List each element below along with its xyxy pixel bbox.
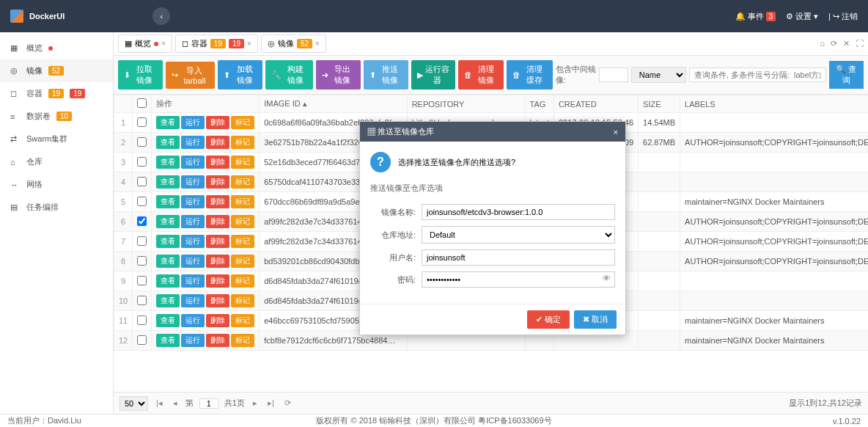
- run-button[interactable]: 运行: [181, 136, 205, 149]
- tag-button[interactable]: 标记: [231, 255, 254, 268]
- prune-cache-button[interactable]: 🗑 清理缓存: [507, 60, 552, 90]
- image-name-input[interactable]: [422, 204, 615, 220]
- sidebar-item-7[interactable]: ▤任务编排: [0, 196, 113, 219]
- tag-button[interactable]: 标记: [231, 235, 254, 248]
- search-button[interactable]: 🔍 查询: [829, 61, 864, 89]
- tab-close-icon[interactable]: ×: [315, 40, 320, 48]
- row-checkbox[interactable]: [137, 236, 147, 246]
- delete-button[interactable]: 删除: [206, 136, 229, 149]
- view-button[interactable]: 查看: [156, 235, 180, 248]
- run-button[interactable]: 运行: [181, 156, 205, 169]
- search-input[interactable]: [689, 67, 826, 82]
- run-button[interactable]: 运行: [181, 175, 205, 189]
- select-all-checkbox[interactable]: [137, 98, 147, 108]
- run-button[interactable]: 运行: [181, 235, 205, 248]
- search-field-select[interactable]: Name: [631, 67, 686, 83]
- row-checkbox[interactable]: [137, 276, 147, 285]
- modal-cancel-button[interactable]: ✖ 取消: [574, 310, 617, 329]
- view-button[interactable]: 查看: [156, 116, 180, 129]
- view-button[interactable]: 查看: [156, 195, 180, 208]
- row-checkbox[interactable]: [137, 157, 147, 167]
- run-button[interactable]: 运行: [181, 314, 205, 327]
- col-size[interactable]: SIZE: [639, 95, 680, 113]
- modal-close-icon[interactable]: ×: [614, 128, 618, 136]
- run-button[interactable]: 运行: [181, 334, 205, 347]
- delete-button[interactable]: 删除: [206, 175, 229, 189]
- view-button[interactable]: 查看: [156, 294, 180, 307]
- filter-input[interactable]: [599, 67, 628, 82]
- modal-ok-button[interactable]: ✔ 确定: [527, 310, 570, 329]
- view-button[interactable]: 查看: [156, 274, 180, 288]
- row-checkbox[interactable]: [137, 296, 147, 305]
- delete-button[interactable]: 删除: [206, 255, 229, 268]
- repo-select[interactable]: Default: [422, 226, 615, 244]
- row-checkbox[interactable]: [137, 137, 147, 147]
- alerts-button[interactable]: 🔔 事件 3: [735, 11, 776, 22]
- delete-button[interactable]: 删除: [206, 274, 229, 288]
- delete-button[interactable]: 删除: [206, 294, 229, 307]
- delete-button[interactable]: 删除: [206, 156, 229, 169]
- tag-button[interactable]: 标记: [231, 175, 254, 189]
- row-checkbox[interactable]: [137, 117, 147, 127]
- tag-button[interactable]: 标记: [231, 136, 254, 149]
- delete-button[interactable]: 删除: [206, 195, 229, 208]
- page-size-select[interactable]: 50: [119, 396, 148, 411]
- logout-button[interactable]: | ↪ 注销: [828, 11, 858, 22]
- tab-close-icon[interactable]: ×: [247, 40, 251, 48]
- delete-button[interactable]: 删除: [206, 215, 229, 228]
- tab-fullscreen-icon[interactable]: ⛶: [856, 39, 864, 48]
- col-tag[interactable]: TAG: [525, 95, 553, 113]
- view-button[interactable]: 查看: [156, 334, 180, 347]
- toggle-password-icon[interactable]: 👁: [603, 274, 611, 282]
- tab-1[interactable]: ◻容器1919×: [175, 34, 258, 53]
- build-image-button[interactable]: 🔧 构建镜像: [265, 60, 313, 90]
- clean-image-button[interactable]: 🗑 清理镜像: [458, 60, 504, 90]
- row-checkbox[interactable]: [137, 315, 147, 325]
- col-created[interactable]: CREATED: [553, 95, 638, 113]
- pager-first-icon[interactable]: |◂: [154, 398, 165, 408]
- view-button[interactable]: 查看: [156, 215, 180, 228]
- sidebar-item-2[interactable]: ◻容器1919: [0, 82, 113, 105]
- username-input[interactable]: [422, 249, 615, 266]
- sidebar-item-1[interactable]: ◎镜像52: [0, 59, 113, 82]
- run-button[interactable]: 运行: [181, 116, 205, 129]
- tag-button[interactable]: 标记: [231, 195, 254, 208]
- sidebar-item-3[interactable]: ≡数据卷10: [0, 105, 113, 128]
- tag-button[interactable]: 标记: [231, 116, 254, 129]
- col-repository[interactable]: REPOSITORY: [407, 95, 525, 113]
- settings-button[interactable]: ⚙ 设置 ▾: [786, 11, 818, 22]
- run-button[interactable]: 运行: [181, 294, 205, 307]
- pager-next-icon[interactable]: ▸: [251, 398, 260, 408]
- tag-button[interactable]: 标记: [231, 156, 254, 169]
- view-button[interactable]: 查看: [156, 255, 180, 268]
- tab-2[interactable]: ▦概览×: [118, 34, 172, 53]
- run-button[interactable]: 运行: [181, 195, 205, 208]
- view-button[interactable]: 查看: [156, 136, 180, 149]
- delete-button[interactable]: 删除: [206, 334, 229, 347]
- export-image-button[interactable]: ➜ 导出镜像: [316, 60, 361, 90]
- tab-close-icon[interactable]: ×: [161, 40, 166, 48]
- tag-button[interactable]: 标记: [231, 215, 254, 228]
- tag-button[interactable]: 标记: [231, 274, 254, 288]
- pull-image-button[interactable]: ⬇ 拉取镜像: [118, 60, 163, 90]
- pager-refresh-icon[interactable]: ⟳: [282, 398, 293, 408]
- delete-button[interactable]: 删除: [206, 314, 229, 327]
- run-container-button[interactable]: ▶ 运行容器: [411, 60, 455, 90]
- sidebar-item-6[interactable]: ↔网络: [0, 173, 113, 196]
- tag-button[interactable]: 标记: [231, 314, 254, 327]
- load-image-button[interactable]: ⬆ 加载镜像: [218, 60, 262, 90]
- run-button[interactable]: 运行: [181, 255, 205, 268]
- tag-button[interactable]: 标记: [231, 334, 254, 347]
- run-button[interactable]: 运行: [181, 274, 205, 288]
- tab-refresh-icon[interactable]: ⟳: [831, 39, 837, 48]
- push-image-button[interactable]: ⬆ 推送镜像: [364, 60, 408, 90]
- import-tarball-button[interactable]: ↪ 导入tarball: [166, 62, 215, 89]
- view-button[interactable]: 查看: [156, 314, 180, 327]
- row-checkbox[interactable]: [137, 177, 147, 186]
- tab-home-icon[interactable]: ⌂: [820, 39, 825, 48]
- view-button[interactable]: 查看: [156, 175, 180, 189]
- sidebar-item-4[interactable]: ⇄Swarm集群: [0, 128, 113, 150]
- col-image-id[interactable]: IMAGE ID ▴: [260, 95, 407, 113]
- sidebar-item-0[interactable]: ▦概览: [0, 37, 113, 59]
- sidebar-item-5[interactable]: ⌂仓库: [0, 150, 113, 173]
